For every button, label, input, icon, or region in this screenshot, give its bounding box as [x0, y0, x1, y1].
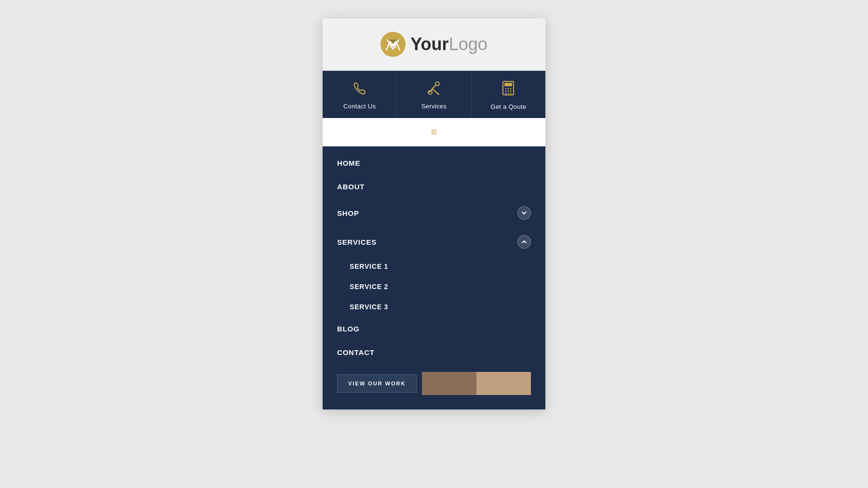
quote-action[interactable]: Get a Qoute	[472, 71, 545, 118]
image-block-right	[476, 372, 531, 395]
view-our-work-button[interactable]: VIEW OUR WORK	[337, 374, 417, 393]
service-3-label: SERVICE 3	[350, 303, 388, 311]
image-block-left	[422, 372, 476, 395]
nav-shop-label: SHOP	[337, 209, 359, 217]
nav-blog-label: BLOG	[337, 325, 360, 333]
nav-service-1[interactable]: SERVICE 1	[323, 256, 545, 277]
services-action[interactable]: Services	[397, 71, 471, 118]
nav-services[interactable]: SERVICES	[323, 227, 545, 256]
logo-bold: Your	[410, 34, 448, 54]
svg-point-19	[510, 93, 512, 94]
image-strip	[422, 372, 531, 395]
svg-point-17	[505, 93, 507, 94]
bottom-cta: VIEW OUR WORK	[323, 364, 545, 405]
svg-point-11	[505, 88, 507, 90]
svg-rect-10	[504, 83, 512, 86]
svg-point-12	[508, 88, 509, 90]
svg-point-13	[510, 88, 512, 90]
nav-service-3[interactable]: SERVICE 3	[323, 297, 545, 317]
service-2-label: SERVICE 2	[350, 283, 388, 290]
svg-line-7	[433, 90, 439, 94]
nav-home-label: HOME	[337, 159, 360, 167]
logo-text: YourLogo	[410, 34, 487, 54]
logo-icon	[380, 32, 406, 57]
nav-about[interactable]: ABOUT	[323, 175, 545, 198]
action-bar: Contact Us Services	[323, 71, 545, 118]
nav-contact-label: CONTACT	[337, 348, 375, 356]
header: YourLogo	[323, 18, 545, 71]
nav-contact[interactable]: CONTACT	[323, 341, 545, 364]
contact-us-label: Contact Us	[343, 103, 376, 110]
svg-point-15	[508, 91, 509, 92]
svg-point-18	[508, 93, 509, 94]
phone-icon	[353, 81, 367, 99]
hamburger-icon[interactable]: ≡	[431, 126, 437, 138]
nav-shop[interactable]: SHOP	[323, 198, 545, 227]
chevron-down-icon	[521, 210, 527, 216]
logo-light: Logo	[449, 34, 488, 54]
nav-about-label: ABOUT	[337, 183, 365, 191]
nav-service-2[interactable]: SERVICE 2	[323, 277, 545, 297]
svg-point-6	[435, 82, 439, 86]
logo: YourLogo	[380, 32, 487, 57]
hamburger-bar[interactable]: ≡	[323, 118, 545, 146]
nav-services-label: SERVICES	[337, 238, 377, 246]
service-1-label: SERVICE 1	[350, 263, 388, 270]
svg-point-14	[505, 91, 507, 92]
phone-container: YourLogo Contact Us	[323, 18, 545, 409]
svg-point-16	[510, 91, 512, 92]
shop-chevron-down[interactable]	[517, 206, 531, 220]
quote-label: Get a Qoute	[490, 103, 526, 110]
nav-menu: HOME ABOUT SHOP SERVICES SERVICE 1	[323, 146, 545, 409]
contact-us-action[interactable]: Contact Us	[323, 71, 397, 118]
nav-home[interactable]: HOME	[323, 151, 545, 175]
calculator-icon	[502, 80, 515, 99]
nav-blog[interactable]: BLOG	[323, 317, 545, 341]
chevron-up-icon	[521, 239, 527, 245]
wrench-icon	[426, 81, 442, 99]
services-chevron-up[interactable]	[517, 235, 531, 249]
services-label: Services	[421, 103, 447, 110]
